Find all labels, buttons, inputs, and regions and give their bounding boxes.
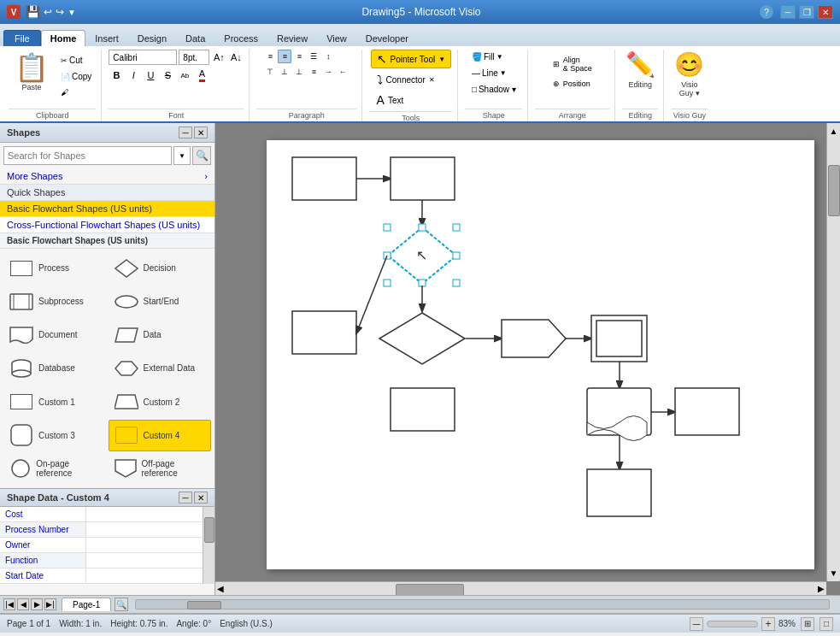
- flow-rect-bottom-center[interactable]: [391, 388, 455, 431]
- handle-bottomleft[interactable]: [384, 280, 391, 286]
- decrease-font-btn[interactable]: A↓: [228, 50, 244, 65]
- flow-diamond-main[interactable]: [379, 313, 465, 364]
- connector-tool-btn[interactable]: ⤵ Connector ✕: [371, 70, 441, 89]
- shape-item-on-page-ref[interactable]: On-page reference: [3, 453, 107, 485]
- valign-middle-btn[interactable]: ⊥: [278, 65, 291, 79]
- scroll-left-btn[interactable]: ◀: [217, 584, 224, 593]
- section-quick-shapes[interactable]: Quick Shapes: [0, 185, 214, 201]
- shape-item-custom4[interactable]: Custom 4: [109, 420, 212, 451]
- section-basic-flowchart[interactable]: Basic Flowchart Shapes (US units): [0, 201, 214, 217]
- view-mode-btn[interactable]: □: [819, 617, 833, 631]
- page-next-btn[interactable]: ▶: [31, 598, 43, 610]
- tab-process[interactable]: Process: [214, 30, 267, 46]
- handle-bottom[interactable]: [419, 280, 426, 286]
- flow-rect-double-inner[interactable]: [596, 321, 642, 356]
- align-center-btn[interactable]: ≡: [278, 50, 291, 63]
- indent-decrease-btn[interactable]: ←: [336, 65, 350, 79]
- help-btn[interactable]: ?: [760, 5, 773, 19]
- shape-item-custom2[interactable]: Custom 2: [109, 386, 212, 418]
- owner-value[interactable]: [85, 538, 214, 553]
- pointer-tool-btn[interactable]: ↖ Pointer Tool ▼: [371, 50, 452, 68]
- line-btn[interactable]: — Line ▼: [467, 66, 511, 80]
- function-value[interactable]: [85, 553, 214, 568]
- shadow-btn[interactable]: □ Shadow ▾: [467, 82, 520, 97]
- page-scroll-bar[interactable]: [135, 599, 830, 610]
- qa-dropdown-btn[interactable]: ▼: [68, 8, 76, 17]
- shape-item-database[interactable]: Database: [3, 352, 107, 384]
- valign-top-btn[interactable]: ⊤: [263, 65, 277, 79]
- subscript-btn[interactable]: Ab: [177, 68, 192, 83]
- shapes-minimize-btn[interactable]: ─: [179, 127, 192, 138]
- shape-item-decision[interactable]: Decision: [109, 252, 212, 284]
- canvas-scrollbar-vertical[interactable]: ▲ ▼: [826, 123, 840, 581]
- canvas-scrollbar-horizontal[interactable]: ◀ ▶: [215, 581, 826, 595]
- shape-data-scroll-thumb[interactable]: [204, 517, 214, 543]
- align-left-btn[interactable]: ≡: [263, 50, 277, 63]
- add-page-btn[interactable]: 🔍: [115, 598, 128, 611]
- tab-review[interactable]: Review: [267, 30, 317, 46]
- increase-font-btn[interactable]: A↑: [211, 50, 226, 65]
- flow-rect-3[interactable]: [292, 311, 356, 354]
- restore-btn[interactable]: ❐: [799, 5, 814, 19]
- flow-rect-1[interactable]: [292, 157, 356, 200]
- canvas-page[interactable]: ↖: [267, 140, 814, 569]
- scroll-up-btn[interactable]: ▲: [828, 125, 840, 138]
- bullet-btn[interactable]: ≡: [307, 65, 320, 79]
- flow-rect-2[interactable]: [391, 157, 455, 200]
- scroll-right-btn[interactable]: ▶: [818, 584, 825, 593]
- shape-data-scrollbar[interactable]: [203, 507, 214, 584]
- fill-btn[interactable]: 🪣 Fill ▼: [467, 50, 508, 64]
- search-dropdown-btn[interactable]: ▼: [173, 146, 191, 165]
- cost-value[interactable]: [85, 507, 214, 522]
- shape-item-startend[interactable]: Start/End: [109, 286, 212, 317]
- handle-right[interactable]: [453, 252, 460, 259]
- handle-topleft[interactable]: [384, 224, 391, 231]
- page-first-btn[interactable]: |◀: [3, 598, 15, 610]
- page-prev-btn[interactable]: ◀: [17, 598, 29, 610]
- flow-rect-bottommost[interactable]: [587, 469, 651, 516]
- shape-data-minimize-btn[interactable]: ─: [179, 492, 192, 504]
- shape-item-custom1[interactable]: Custom 1: [3, 386, 107, 418]
- page-last-btn[interactable]: ▶|: [44, 598, 56, 610]
- fit-page-btn[interactable]: ⊞: [801, 617, 814, 631]
- scroll-thumb-horizontal[interactable]: [396, 584, 464, 596]
- scroll-down-btn[interactable]: ▼: [828, 567, 840, 580]
- shape-item-off-page-ref[interactable]: Off-page reference: [109, 453, 212, 485]
- minimize-btn[interactable]: ─: [780, 5, 796, 19]
- process-number-value[interactable]: [85, 522, 214, 538]
- font-size-box[interactable]: 8pt.: [179, 50, 209, 65]
- text-tool-btn[interactable]: A Text: [371, 91, 410, 109]
- format-painter-button[interactable]: 🖌: [56, 85, 96, 99]
- tab-file[interactable]: File: [3, 30, 41, 46]
- save-qa-btn[interactable]: 💾: [26, 5, 40, 19]
- paste-button[interactable]: 📋 Paste: [9, 50, 55, 96]
- shapes-close-btn[interactable]: ✕: [194, 127, 208, 138]
- shape-item-process[interactable]: Process: [3, 252, 107, 284]
- indent-increase-btn[interactable]: →: [321, 65, 335, 79]
- more-shapes-link[interactable]: More Shapes ›: [0, 168, 214, 185]
- search-input[interactable]: [3, 146, 172, 165]
- tab-design[interactable]: Design: [128, 30, 176, 46]
- zoom-in-btn[interactable]: +: [761, 617, 775, 631]
- canvas-area[interactable]: ↖: [215, 123, 840, 595]
- handle-top[interactable]: [419, 224, 426, 231]
- section-cross-functional[interactable]: Cross-Functional Flowchart Shapes (US un…: [0, 217, 214, 233]
- redo-qa-btn[interactable]: ↪: [56, 6, 64, 18]
- underline-btn[interactable]: U: [143, 68, 158, 83]
- zoom-slider[interactable]: [707, 621, 758, 627]
- flow-rect-far-right[interactable]: [675, 388, 739, 435]
- undo-qa-btn[interactable]: ↩: [44, 6, 52, 18]
- shape-data-close-btn[interactable]: ✕: [194, 492, 208, 504]
- font-name-box[interactable]: Calibri: [109, 50, 177, 65]
- tab-data[interactable]: Data: [176, 30, 214, 46]
- close-btn[interactable]: ✕: [818, 5, 833, 19]
- align-space-btn[interactable]: ⊞ Align& Space: [549, 53, 596, 75]
- copy-button[interactable]: 📄 Copy: [56, 69, 96, 84]
- handle-bottomright[interactable]: [453, 280, 460, 286]
- flow-data-shape[interactable]: [502, 320, 566, 357]
- position-btn[interactable]: ⊕ Position: [549, 77, 595, 91]
- line-spacing-btn[interactable]: ↕: [321, 50, 335, 63]
- font-color-btn[interactable]: A: [194, 68, 209, 83]
- valign-bottom-btn[interactable]: ⊥: [292, 65, 306, 79]
- shape-item-data[interactable]: Data: [109, 319, 212, 350]
